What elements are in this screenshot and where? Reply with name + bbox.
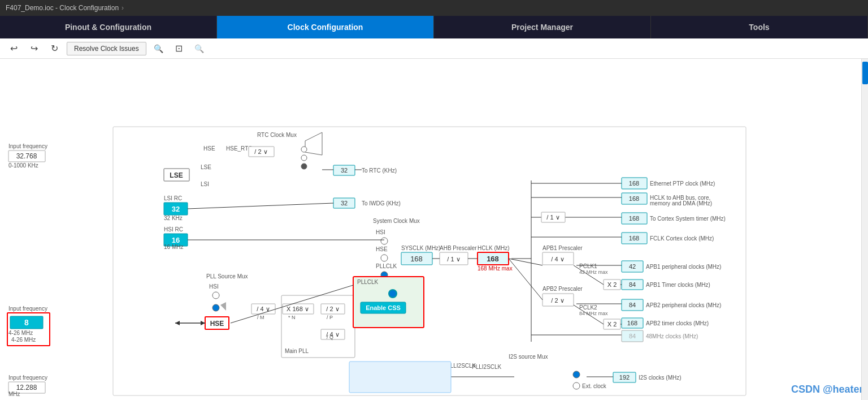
svg-text:/ 2 ∨: / 2 ∨ (551, 297, 564, 304)
refresh-button[interactable]: ↻ (46, 41, 62, 57)
svg-text:APB2 Prescaler: APB2 Prescaler (542, 286, 583, 292)
svg-text:LSI RC: LSI RC (164, 195, 182, 201)
clock-diagram-svg: Input frequency 32.768 0-1000 KHz Input … (0, 59, 861, 400)
svg-text:/ 2 ∨: / 2 ∨ (254, 148, 267, 155)
svg-text:Main PLL: Main PLL (285, 348, 309, 354)
svg-text:CSDN @heater404: CSDN @heater404 (791, 384, 861, 395)
svg-text:192: 192 (619, 374, 630, 381)
svg-text:/ 1 ∨: / 1 ∨ (546, 214, 559, 221)
svg-text:16 MHz: 16 MHz (164, 244, 183, 250)
toolbar: ↩ ↪ ↻ Resolve Clock Issues 🔍 ⊡ 🔍 (0, 38, 868, 59)
svg-point-157 (573, 371, 580, 378)
svg-text:/ P: / P (327, 315, 333, 320)
svg-text:0-1000 KHz: 0-1000 KHz (8, 162, 38, 169)
svg-rect-179 (349, 362, 451, 393)
tab-tools[interactable]: Tools (651, 16, 868, 38)
svg-text:8: 8 (24, 318, 29, 327)
svg-text:I2S source Mux: I2S source Mux (509, 354, 548, 360)
svg-text:4-26 MHz: 4-26 MHz (11, 337, 36, 343)
svg-point-33 (301, 147, 307, 152)
svg-text:42 MHz max: 42 MHz max (579, 269, 608, 275)
zoom-in-button[interactable]: 🔍 (151, 41, 167, 57)
svg-text:168: 168 (629, 195, 639, 202)
svg-text:System Clock Mux: System Clock Mux (373, 218, 420, 224)
svg-text:RTC Clock Mux: RTC Clock Mux (257, 132, 297, 138)
tab-pinout[interactable]: Pinout & Configuration (0, 16, 217, 38)
title-text: F407_Demo.ioc - Clock Configuration (6, 4, 119, 12)
svg-text:84: 84 (629, 302, 636, 308)
svg-text:SYSCLK (MHz): SYSCLK (MHz) (401, 245, 440, 251)
right-scrollbar[interactable] (861, 59, 868, 400)
undo-button[interactable]: ↩ (6, 41, 21, 57)
svg-text:APB1 Prescaler: APB1 Prescaler (542, 245, 583, 251)
svg-text:APB2 peripheral clocks (MHz): APB2 peripheral clocks (MHz) (646, 302, 721, 308)
pllclk-enable-css: PLLCLK Enable CSS (353, 277, 424, 328)
svg-text:32 KHz: 32 KHz (164, 215, 183, 221)
svg-text:/ 4 ∨: / 4 ∨ (551, 256, 564, 263)
svg-rect-0 (0, 59, 861, 400)
svg-text:PLLCLK: PLLCLK (357, 279, 379, 285)
x2-apb2: X 2 (604, 319, 620, 329)
svg-text:MHz: MHz (8, 391, 20, 397)
svg-text:Ext. clock: Ext. clock (582, 383, 607, 389)
scrollbar-thumb[interactable] (862, 62, 868, 84)
svg-text:/ M: / M (257, 315, 264, 320)
svg-text:48MHz clocks (MHz): 48MHz clocks (MHz) (646, 333, 698, 339)
input-freq-2: Input frequency 8 4-26 MHz 4-26 MHz (7, 306, 50, 346)
svg-text:To Cortex System timer (MHz): To Cortex System timer (MHz) (650, 216, 726, 222)
fit-button[interactable]: ⊡ (171, 41, 187, 57)
svg-text:12.288: 12.288 (16, 384, 37, 392)
hclk-box: HCLK (MHz) 168 168 MHz max (478, 245, 513, 272)
svg-text:To RTC (KHz): To RTC (KHz) (362, 167, 397, 174)
svg-text:4-26 MHz: 4-26 MHz (8, 330, 33, 336)
svg-text:I2S clocks (MHz): I2S clocks (MHz) (639, 375, 682, 381)
tab-bar: Pinout & Configuration Clock Configurati… (0, 16, 868, 38)
svg-text:APB1 Timer clocks (MHz): APB1 Timer clocks (MHz) (646, 282, 710, 288)
svg-text:LSE: LSE (170, 171, 183, 179)
svg-text:32.768: 32.768 (16, 152, 37, 160)
svg-point-158 (573, 382, 580, 389)
svg-text:32: 32 (341, 200, 348, 207)
svg-text:16: 16 (172, 236, 180, 244)
svg-text:32: 32 (172, 205, 180, 213)
svg-text:HSI RC: HSI RC (164, 226, 183, 233)
svg-text:memory and DMA (MHz): memory and DMA (MHz) (650, 200, 712, 207)
svg-text:168: 168 (410, 255, 423, 263)
svg-text:/ 2 ∨: / 2 ∨ (326, 306, 339, 312)
svg-text:PCLK2: PCLK2 (579, 304, 597, 311)
svg-text:168 MHz max: 168 MHz max (478, 265, 513, 272)
svg-text:To IWDG (KHz): To IWDG (KHz) (362, 200, 401, 207)
tab-project[interactable]: Project Manager (434, 16, 651, 38)
svg-text:168: 168 (629, 235, 639, 242)
main-content: Input frequency 32.768 0-1000 KHz Input … (0, 59, 868, 400)
svg-text:* N: * N (288, 315, 296, 320)
diagram-area: Input frequency 32.768 0-1000 KHz Input … (0, 59, 861, 400)
zoom-out-button[interactable]: 🔍 (192, 41, 207, 57)
svg-text:LSI: LSI (201, 181, 209, 187)
svg-text:Input frequency: Input frequency (8, 306, 47, 312)
svg-text:X 2: X 2 (607, 321, 617, 328)
svg-text:HSI: HSI (209, 283, 219, 290)
svg-point-79 (212, 304, 219, 311)
svg-point-102 (389, 290, 397, 298)
svg-text:HSE: HSE (210, 320, 224, 328)
redo-button[interactable]: ↪ (26, 41, 42, 57)
svg-text:Input frequency: Input frequency (8, 143, 47, 149)
svg-point-35 (301, 164, 307, 169)
svg-text:84: 84 (629, 281, 636, 288)
svg-text:PLLI2SCLK: PLLI2SCLK (472, 364, 502, 370)
x2-apb1: X 2 (604, 279, 620, 290)
svg-text:APB1 peripheral clocks (MHz): APB1 peripheral clocks (MHz) (646, 264, 721, 270)
lse-block: LSE (164, 169, 189, 181)
tab-clock[interactable]: Clock Configuration (217, 16, 434, 38)
svg-text:84: 84 (629, 333, 636, 339)
resolve-clock-button[interactable]: Resolve Clock Issues (67, 42, 146, 55)
svg-text:168: 168 (629, 180, 639, 187)
svg-text:HCLK (MHz): HCLK (MHz) (478, 245, 510, 251)
title-bar: F407_Demo.ioc - Clock Configuration › (0, 0, 868, 16)
svg-text:Input frequency: Input frequency (8, 375, 47, 381)
svg-text:FCLK Cortex clock (MHz): FCLK Cortex clock (MHz) (650, 235, 714, 242)
svg-text:PCLK1: PCLK1 (579, 263, 597, 269)
svg-text:32: 32 (341, 167, 348, 174)
svg-text:X 2: X 2 (607, 281, 617, 288)
